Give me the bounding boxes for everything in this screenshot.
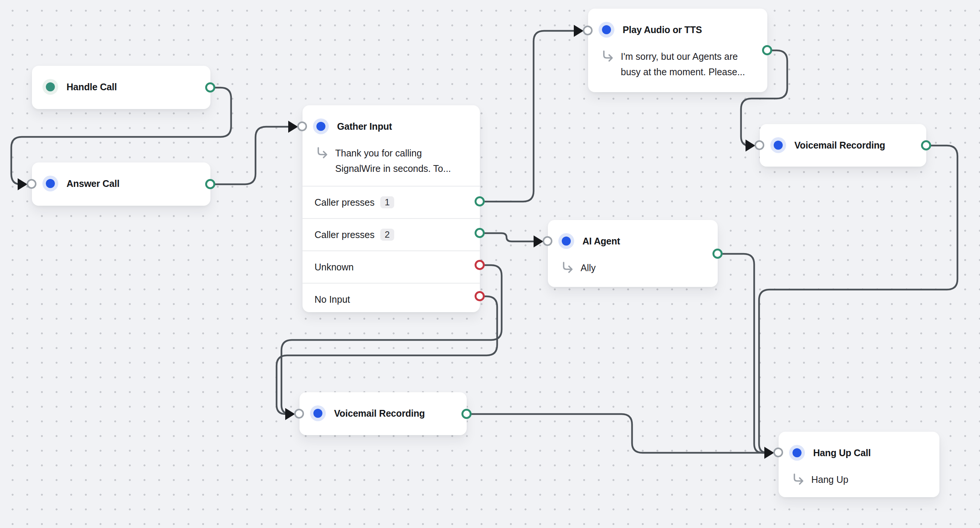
output-port-voicemail-recording-bottom[interactable] bbox=[461, 409, 472, 419]
node-voicemail-recording-right[interactable]: Voicemail Recording bbox=[760, 124, 926, 167]
node-title: Hang Up Call bbox=[813, 448, 871, 458]
node-ai-agent[interactable]: AI Agent Ally bbox=[548, 220, 718, 287]
output-label: Caller presses bbox=[315, 230, 375, 240]
edge-ai-agent-to-hang-up bbox=[718, 254, 765, 453]
node-title: Voicemail Recording bbox=[334, 408, 425, 419]
input-port-voicemail-recording-right[interactable] bbox=[754, 140, 764, 150]
action-node-icon bbox=[43, 175, 58, 191]
edge-answer-call-to-gather-input bbox=[210, 127, 289, 184]
node-header: Play Audio or TTS bbox=[588, 9, 767, 38]
output-port-voicemail-recording-right[interactable] bbox=[921, 140, 931, 150]
node-gather-input[interactable]: Gather Input Thank you for calling Signa… bbox=[302, 105, 480, 312]
edge-voicemail-recording-right-to-hang-up bbox=[759, 145, 958, 453]
edge-voicemail-recording-bottom-to-hang-up bbox=[467, 414, 765, 453]
reply-arrow-icon bbox=[602, 50, 614, 62]
node-header: Answer Call bbox=[32, 163, 210, 191]
action-node-icon bbox=[789, 445, 805, 461]
node-description: I'm sorry, but our Agents are busy at th… bbox=[588, 38, 767, 80]
input-arrow-icon bbox=[746, 140, 755, 152]
output-port-play-audio[interactable] bbox=[762, 45, 772, 55]
input-arrow-icon bbox=[534, 235, 543, 247]
output-row-caller-presses-2[interactable]: Caller presses 2 bbox=[302, 218, 480, 250]
output-port-no-input[interactable] bbox=[475, 291, 485, 301]
key-badge: 2 bbox=[380, 229, 394, 241]
node-answer-call[interactable]: Answer Call bbox=[32, 163, 210, 206]
input-port-hang-up-call[interactable] bbox=[773, 448, 783, 457]
action-node-icon bbox=[313, 118, 329, 134]
node-header: Gather Input bbox=[302, 105, 480, 134]
node-header: Voicemail Recording bbox=[299, 392, 467, 421]
input-port-ai-agent[interactable] bbox=[542, 236, 552, 246]
output-row-no-input[interactable]: No Input bbox=[302, 283, 480, 315]
output-row-caller-presses-1[interactable]: Caller presses 1 bbox=[302, 186, 480, 218]
input-port-answer-call[interactable] bbox=[27, 179, 37, 189]
edge-caller-presses-2-to-ai-agent bbox=[480, 233, 534, 241]
edge-caller-presses-1-to-play-audio bbox=[480, 31, 574, 202]
input-port-gather-input[interactable] bbox=[297, 121, 307, 131]
input-arrow-icon bbox=[18, 178, 27, 190]
input-port-play-audio[interactable] bbox=[583, 26, 593, 35]
node-title: Handle Call bbox=[67, 81, 117, 93]
node-description: Ally bbox=[548, 249, 718, 276]
output-label: Unknown bbox=[315, 262, 353, 273]
input-arrow-icon bbox=[285, 408, 295, 420]
node-title: Voicemail Recording bbox=[794, 140, 885, 151]
start-node-icon bbox=[43, 79, 58, 95]
output-port-caller-presses-1[interactable] bbox=[475, 196, 485, 206]
input-arrow-icon bbox=[574, 25, 584, 37]
node-header: Hang Up Call bbox=[779, 432, 939, 461]
node-description: Thank you for calling SignalWire in seco… bbox=[302, 134, 480, 176]
input-port-voicemail-recording-bottom[interactable] bbox=[294, 409, 304, 419]
node-title: Answer Call bbox=[67, 178, 119, 189]
node-header: Voicemail Recording bbox=[760, 124, 926, 153]
reply-arrow-icon bbox=[317, 147, 329, 159]
reply-arrow-icon bbox=[562, 262, 574, 274]
output-rows: Caller presses 1 Caller presses 2 Unknow… bbox=[302, 186, 480, 315]
node-description: Hang Up bbox=[779, 461, 939, 487]
action-node-icon bbox=[598, 22, 614, 38]
output-port-unknown[interactable] bbox=[475, 260, 485, 270]
output-port-ai-agent[interactable] bbox=[713, 249, 722, 259]
output-port-answer-call[interactable] bbox=[205, 179, 215, 189]
description-text: I'm sorry, but our Agents are busy at th… bbox=[621, 49, 756, 80]
output-port-caller-presses-2[interactable] bbox=[475, 228, 485, 238]
description-text: Hang Up bbox=[811, 472, 848, 487]
action-node-icon bbox=[310, 405, 326, 421]
input-arrow-icon bbox=[288, 121, 298, 133]
flow-canvas[interactable]: { "canvas": { "background": "#f1f2f5", "… bbox=[0, 0, 980, 528]
input-arrow-icon bbox=[764, 447, 774, 459]
node-play-audio-or-tts[interactable]: Play Audio or TTS I'm sorry, but our Age… bbox=[588, 9, 767, 92]
output-label: No Input bbox=[315, 294, 350, 305]
node-header: Handle Call bbox=[32, 66, 210, 95]
reply-arrow-icon bbox=[792, 473, 805, 485]
output-label: Caller presses bbox=[315, 197, 375, 208]
node-hang-up-call[interactable]: Hang Up Call Hang Up bbox=[779, 432, 939, 497]
key-badge: 1 bbox=[380, 196, 394, 208]
description-text: Thank you for calling SignalWire in seco… bbox=[335, 145, 469, 176]
node-title: Gather Input bbox=[337, 121, 392, 132]
description-text: Ally bbox=[581, 260, 596, 276]
action-node-icon bbox=[770, 137, 786, 153]
action-node-icon bbox=[558, 233, 574, 249]
node-title: AI Agent bbox=[582, 236, 620, 247]
node-title: Play Audio or TTS bbox=[623, 24, 702, 35]
output-port-handle-call[interactable] bbox=[205, 82, 215, 93]
node-voicemail-recording-bottom[interactable]: Voicemail Recording bbox=[299, 392, 467, 435]
node-handle-call[interactable]: Handle Call bbox=[32, 66, 210, 109]
output-row-unknown[interactable]: Unknown bbox=[302, 250, 480, 283]
node-header: AI Agent bbox=[548, 220, 718, 249]
